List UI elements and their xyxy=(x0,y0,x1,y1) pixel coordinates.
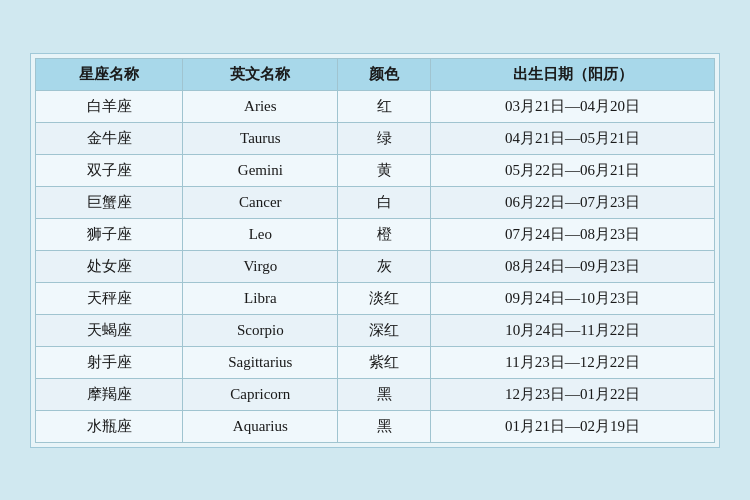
cell-color: 白 xyxy=(338,186,431,218)
cell-zh: 双子座 xyxy=(36,154,183,186)
table-row: 金牛座Taurus绿04月21日—05月21日 xyxy=(36,122,715,154)
cell-date: 08月24日—09月23日 xyxy=(431,250,715,282)
cell-en: Libra xyxy=(183,282,338,314)
cell-en: Cancer xyxy=(183,186,338,218)
table-header-row: 星座名称 英文名称 颜色 出生日期（阳历） xyxy=(36,58,715,90)
table-row: 水瓶座Aquarius黑01月21日—02月19日 xyxy=(36,410,715,442)
cell-date: 06月22日—07月23日 xyxy=(431,186,715,218)
cell-en: Virgo xyxy=(183,250,338,282)
cell-color: 绿 xyxy=(338,122,431,154)
cell-date: 04月21日—05月21日 xyxy=(431,122,715,154)
cell-en: Leo xyxy=(183,218,338,250)
cell-color: 黄 xyxy=(338,154,431,186)
cell-date: 12月23日—01月22日 xyxy=(431,378,715,410)
cell-zh: 射手座 xyxy=(36,346,183,378)
cell-zh: 天秤座 xyxy=(36,282,183,314)
cell-zh: 水瓶座 xyxy=(36,410,183,442)
table-body: 白羊座Aries红03月21日—04月20日金牛座Taurus绿04月21日—0… xyxy=(36,90,715,442)
cell-date: 10月24日—11月22日 xyxy=(431,314,715,346)
cell-color: 深红 xyxy=(338,314,431,346)
cell-date: 05月22日—06月21日 xyxy=(431,154,715,186)
cell-zh: 处女座 xyxy=(36,250,183,282)
cell-zh: 金牛座 xyxy=(36,122,183,154)
col-header-zh: 星座名称 xyxy=(36,58,183,90)
cell-date: 03月21日—04月20日 xyxy=(431,90,715,122)
cell-en: Aquarius xyxy=(183,410,338,442)
cell-color: 紫红 xyxy=(338,346,431,378)
cell-en: Taurus xyxy=(183,122,338,154)
table-row: 狮子座Leo橙07月24日—08月23日 xyxy=(36,218,715,250)
table-row: 双子座Gemini黄05月22日—06月21日 xyxy=(36,154,715,186)
cell-en: Gemini xyxy=(183,154,338,186)
cell-date: 09月24日—10月23日 xyxy=(431,282,715,314)
table-row: 白羊座Aries红03月21日—04月20日 xyxy=(36,90,715,122)
cell-en: Sagittarius xyxy=(183,346,338,378)
table-row: 处女座Virgo灰08月24日—09月23日 xyxy=(36,250,715,282)
col-header-en: 英文名称 xyxy=(183,58,338,90)
zodiac-table-container: 星座名称 英文名称 颜色 出生日期（阳历） 白羊座Aries红03月21日—04… xyxy=(30,53,720,448)
cell-color: 橙 xyxy=(338,218,431,250)
table-row: 天蝎座Scorpio深红10月24日—11月22日 xyxy=(36,314,715,346)
col-header-color: 颜色 xyxy=(338,58,431,90)
cell-zh: 天蝎座 xyxy=(36,314,183,346)
col-header-date: 出生日期（阳历） xyxy=(431,58,715,90)
cell-color: 黑 xyxy=(338,378,431,410)
cell-color: 黑 xyxy=(338,410,431,442)
cell-date: 11月23日—12月22日 xyxy=(431,346,715,378)
cell-date: 01月21日—02月19日 xyxy=(431,410,715,442)
table-row: 射手座Sagittarius紫红11月23日—12月22日 xyxy=(36,346,715,378)
table-row: 天秤座Libra淡红09月24日—10月23日 xyxy=(36,282,715,314)
zodiac-table: 星座名称 英文名称 颜色 出生日期（阳历） 白羊座Aries红03月21日—04… xyxy=(35,58,715,443)
cell-color: 灰 xyxy=(338,250,431,282)
cell-color: 淡红 xyxy=(338,282,431,314)
cell-zh: 白羊座 xyxy=(36,90,183,122)
cell-zh: 摩羯座 xyxy=(36,378,183,410)
cell-date: 07月24日—08月23日 xyxy=(431,218,715,250)
cell-en: Scorpio xyxy=(183,314,338,346)
cell-en: Capricorn xyxy=(183,378,338,410)
table-row: 巨蟹座Cancer白06月22日—07月23日 xyxy=(36,186,715,218)
cell-color: 红 xyxy=(338,90,431,122)
table-row: 摩羯座Capricorn黑12月23日—01月22日 xyxy=(36,378,715,410)
cell-zh: 狮子座 xyxy=(36,218,183,250)
cell-zh: 巨蟹座 xyxy=(36,186,183,218)
cell-en: Aries xyxy=(183,90,338,122)
